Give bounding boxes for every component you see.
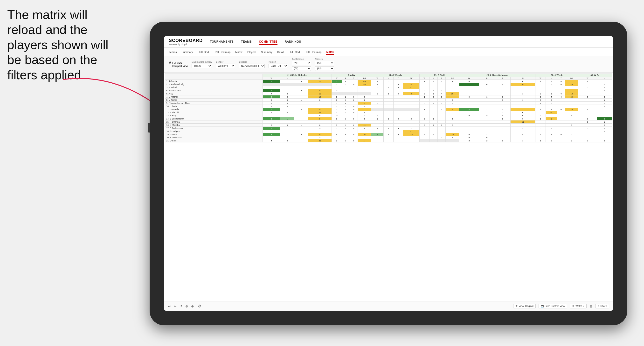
players-select-2[interactable]: (All): [315, 66, 334, 71]
gender-filter: Gender Women's Men's: [216, 61, 235, 68]
matrix-cell: 0: [393, 117, 403, 121]
matrix-cell: [332, 130, 342, 133]
matrix-cell: 0: [438, 124, 446, 127]
matrix-cell: [294, 139, 308, 142]
nav-tournaments[interactable]: TOURNAMENTS: [210, 39, 234, 45]
matrix-area[interactable]: 2. M Kelly Mulcahy 6. A Dy 11. G Woods 2…: [164, 73, 613, 301]
watch-button[interactable]: 👁 Watch ▾: [570, 304, 586, 308]
matrix-cell: [479, 92, 495, 95]
matrix-cell: [479, 117, 495, 121]
tablet-device: SCOREBOARD Powered by clippd TOURNAMENTS…: [150, 22, 627, 325]
subnav-players[interactable]: Players: [247, 50, 256, 54]
matrix-cell: 2: [495, 111, 510, 114]
matrix-cell: [350, 114, 358, 117]
nav-rankings[interactable]: RANKINGS: [285, 39, 301, 45]
matrix-cell: [419, 114, 430, 117]
matrix-cell: [294, 92, 308, 95]
subnav-h2hgrid1[interactable]: H2H Grid: [198, 50, 209, 54]
matrix-cell: 7: [371, 102, 384, 105]
conference-select[interactable]: (All): [292, 61, 311, 65]
full-view-radio[interactable]: [169, 61, 171, 64]
matrix-cell: 1: [294, 114, 308, 117]
table-row: 11. G Woods514014011101144172240204: [165, 108, 612, 111]
share-button[interactable]: ↗ Share: [595, 304, 609, 308]
zoom-out-icon[interactable]: ⊖: [185, 304, 188, 308]
matrix-cell: 1: [597, 89, 612, 92]
matrix-cell: 9: [565, 139, 578, 142]
undo-icon[interactable]: ↩: [168, 304, 171, 308]
matrix-cell: 9: [308, 133, 332, 136]
subnav-matrix1[interactable]: Matrix: [235, 50, 242, 54]
nav-teams[interactable]: TEAMS: [241, 39, 252, 45]
matrix-cell: [371, 130, 384, 133]
matrix-cell: 0: [350, 111, 358, 114]
refresh-icon[interactable]: ↺: [180, 304, 182, 308]
matrix-cell: [342, 92, 350, 95]
matrix-cell: [358, 130, 371, 133]
matrix-cell: 2: [308, 136, 332, 139]
gender-select[interactable]: Women's Men's: [216, 64, 235, 68]
matrix-cell: [393, 108, 403, 111]
zoom-in-icon[interactable]: ⊕: [191, 304, 194, 308]
matrix-cell: 1: [546, 117, 557, 121]
save-custom-button[interactable]: 💾 Save Custom View: [538, 304, 567, 308]
matrix-cell: [459, 89, 479, 92]
matrix-cell: 18: [308, 95, 332, 99]
matrix-cell: 2: [332, 139, 342, 142]
compact-view-radio[interactable]: [169, 65, 171, 67]
matrix-cell: 8: [479, 136, 495, 139]
matrix-cell: 2: [546, 133, 557, 136]
matrix-cell: 6: [546, 83, 557, 86]
matrix-cell: 2: [578, 95, 597, 99]
subnav-matrix2[interactable]: Matrix: [326, 49, 334, 55]
matrix-cell: [294, 95, 308, 99]
subnav-h2hgrid2[interactable]: H2H Grid: [289, 50, 300, 54]
subnav-teams[interactable]: Teams: [169, 50, 176, 54]
full-view-option[interactable]: Full View: [169, 61, 188, 64]
sh-aw-d: Dif: [565, 77, 578, 80]
matrix-cell: 2: [479, 139, 495, 142]
matrix-cell: [371, 89, 384, 92]
matrix-cell: 1: [280, 127, 294, 130]
division-select[interactable]: NCAA Division II NCAA Division I NCAA Di…: [239, 64, 265, 68]
matrix-cell: 2: [459, 139, 479, 142]
matrix-cell: [403, 111, 419, 114]
view-options: Full View Compact View: [169, 61, 188, 67]
matrix-cell: [597, 92, 612, 95]
subnav-h2hheatmap1[interactable]: H2H Heatmap: [214, 50, 230, 54]
region-select[interactable]: East - DII West - DII (All): [268, 64, 288, 68]
matrix-cell: 35: [510, 83, 535, 86]
logo-subtitle: Powered by clippd: [169, 43, 203, 45]
subnav-summary2[interactable]: Summary: [261, 50, 272, 54]
matrix-cell: 1: [510, 99, 535, 102]
matrix-cell: [536, 89, 546, 92]
timer-icon[interactable]: ⏱: [198, 304, 201, 308]
view-original-button[interactable]: 👁 View: Original: [513, 304, 536, 308]
matrix-cell: 1: [280, 89, 294, 92]
conference-select-2[interactable]: (All): [292, 66, 311, 71]
table-row: 10. L Perini10101031: [165, 105, 612, 108]
compact-view-option[interactable]: Compact View: [169, 65, 188, 67]
matrix-cell: 4: [546, 108, 557, 111]
matrix-cell: [280, 136, 294, 139]
redo-icon[interactable]: ↪: [174, 304, 176, 308]
matrix-cell: 1: [280, 117, 294, 121]
matrix-cell: [393, 80, 403, 83]
player-name-cell: 11. G Woods: [165, 108, 263, 111]
matrix-cell: 0: [546, 139, 557, 142]
matrix-cell: [308, 121, 332, 124]
matrix-cell: 24: [565, 95, 578, 99]
grid-icon[interactable]: ⊞: [590, 304, 592, 308]
subnav-summary1[interactable]: Summary: [182, 50, 193, 54]
nav-committee[interactable]: COMMITTEE: [259, 39, 278, 45]
players-select[interactable]: (All): [315, 61, 334, 65]
matrix-cell: 0: [342, 102, 350, 105]
matrix-cell: 3: [332, 80, 342, 83]
matrix-cell: [546, 86, 557, 89]
subnav-h2hheatmap2[interactable]: H2H Heatmap: [305, 50, 322, 54]
subnav-detail[interactable]: Detail: [277, 50, 284, 54]
matrix-cell: [557, 89, 565, 92]
matrix-cell: 0: [557, 95, 565, 99]
max-players-select[interactable]: Top 25 Top 10 Top 50: [192, 64, 212, 68]
matrix-cell: 0: [280, 99, 294, 102]
